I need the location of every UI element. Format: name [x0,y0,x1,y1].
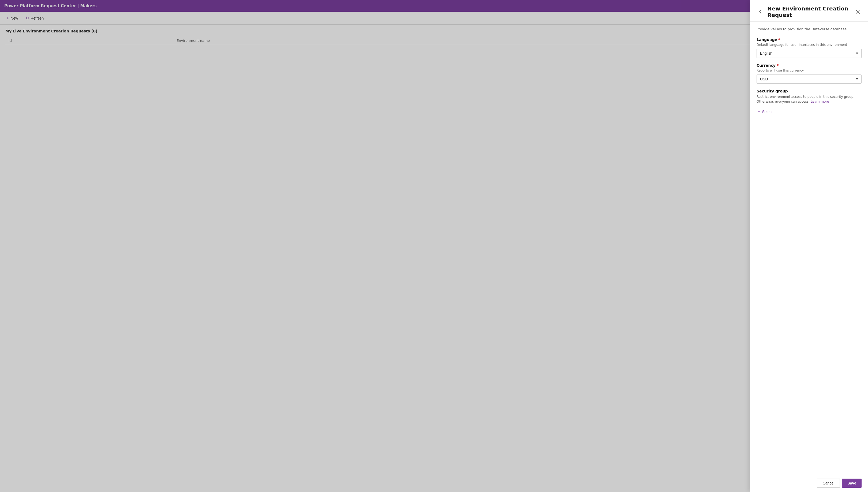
currency-group: Currency * Reports will use this currenc… [757,63,862,83]
panel-header: New Environment Creation Request [750,0,868,22]
learn-more-link[interactable]: Learn more [811,100,829,103]
panel-close-button[interactable] [854,8,862,16]
new-env-panel: New Environment Creation Request Provide… [750,0,868,492]
panel-title: New Environment Creation Request [767,5,851,18]
language-select-wrapper: English French German Spanish Japanese C… [757,49,862,58]
currency-label: Currency * [757,63,862,68]
app-header: Power Platform Request Center | Makers [0,0,868,12]
main-content: My Live Environment Creation Requests (0… [0,25,868,492]
refresh-icon: ↻ [25,16,29,21]
app-container: Power Platform Request Center | Makers +… [0,0,868,492]
toolbar: + New ↻ Refresh [0,12,868,25]
new-button[interactable]: + New [3,14,21,22]
language-select[interactable]: English French German Spanish Japanese C… [757,49,862,58]
panel-footer: Cancel Save [750,474,868,492]
security-group-description: Restrict environment access to people in… [757,94,862,104]
language-description: Default language for user interfaces in … [757,43,862,47]
refresh-button-label: Refresh [30,16,44,20]
requests-table: Id Environment name [5,36,863,45]
back-arrow-icon [758,9,763,15]
language-group: Language * Default language for user int… [757,38,862,58]
security-group-select-button[interactable]: + Select [757,107,773,116]
plus-icon: + [6,16,9,21]
security-group-label: Security group [757,89,862,93]
section-title: My Live Environment Creation Requests (0… [5,29,863,33]
panel-subtitle: Provide values to provision the Datavers… [757,27,862,31]
language-required-star: * [778,38,780,42]
currency-select[interactable]: USD EUR GBP JPY CAD AUD [757,74,862,83]
save-button[interactable]: Save [842,478,862,488]
cancel-button[interactable]: Cancel [817,478,840,488]
col-id: Id [5,36,173,45]
panel-body: Provide values to provision the Datavers… [750,22,868,474]
currency-required-star: * [777,63,778,68]
currency-select-wrapper: USD EUR GBP JPY CAD AUD [757,74,862,83]
language-label: Language * [757,38,862,42]
refresh-button[interactable]: ↻ Refresh [22,14,47,22]
currency-description: Reports will use this currency [757,69,862,72]
security-group-form-group: Security group Restrict environment acce… [757,89,862,116]
select-plus-icon: + [758,109,761,115]
select-button-label: Select [762,109,773,114]
app-title: Power Platform Request Center | Makers [4,3,97,8]
new-button-label: New [10,16,18,20]
close-icon [855,9,861,15]
panel-back-button[interactable] [757,8,764,16]
